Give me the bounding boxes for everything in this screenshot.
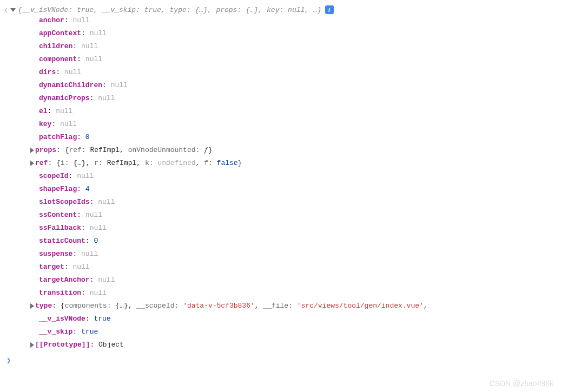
property-key: target bbox=[39, 263, 64, 271]
property-value: {ref: RefImpl, onVnodeUnmounted: ƒ} bbox=[65, 146, 213, 154]
expand-icon[interactable] bbox=[30, 161, 34, 166]
property-value: null bbox=[90, 224, 107, 232]
properties-list: anchor: nullappContext: nullchildren: nu… bbox=[0, 14, 561, 351]
property-key: shapeFlag bbox=[39, 185, 77, 193]
property-value: null bbox=[90, 29, 107, 37]
property-key: ssContent bbox=[39, 211, 77, 219]
property-key: patchFlag bbox=[39, 133, 77, 141]
property-key[interactable]: key: null bbox=[39, 118, 561, 131]
property-key: ref bbox=[35, 159, 48, 167]
property-value: 0 bbox=[94, 237, 98, 245]
property-value: null bbox=[60, 120, 77, 128]
property-dynamicChildren[interactable]: dynamicChildren: null bbox=[39, 79, 561, 92]
property-key: component bbox=[39, 55, 77, 63]
property-value: null bbox=[85, 55, 102, 63]
property-key: __v_skip bbox=[39, 328, 72, 336]
property-key: dynamicProps bbox=[39, 94, 90, 102]
property-type[interactable]: type: {components: {…}, __scopeId: 'data… bbox=[30, 300, 561, 313]
property-value: null bbox=[111, 81, 128, 89]
property-value: Object bbox=[98, 341, 124, 349]
property-Prototype[interactable]: [[Prototype]]: Object bbox=[30, 338, 561, 351]
property-key: anchor bbox=[39, 16, 64, 24]
property-key: __v_isVNode bbox=[39, 315, 85, 323]
console-prompt[interactable]: ❯ bbox=[0, 356, 561, 365]
property-value: null bbox=[98, 198, 115, 206]
property-key: dynamicChildren bbox=[39, 81, 102, 89]
property-dirs[interactable]: dirs: null bbox=[39, 66, 561, 79]
property-visVNode[interactable]: __v_isVNode: true bbox=[39, 313, 561, 325]
property-scopeId[interactable]: scopeId: null bbox=[39, 170, 561, 183]
property-key: suspense bbox=[39, 250, 72, 258]
property-key: key bbox=[39, 120, 51, 128]
property-value: null bbox=[72, 263, 89, 271]
expand-icon[interactable] bbox=[30, 148, 34, 153]
property-value: {components: {…}, __scopeId: 'data-v-5cf… bbox=[61, 302, 428, 310]
property-key: children bbox=[39, 42, 72, 50]
expand-icon[interactable] bbox=[30, 303, 34, 309]
property-component[interactable]: component: null bbox=[39, 53, 561, 66]
property-key: el bbox=[39, 107, 48, 115]
property-value: null bbox=[98, 276, 115, 284]
property-vskip[interactable]: __v_skip: true bbox=[39, 325, 561, 338]
property-value: null bbox=[81, 250, 98, 258]
property-value: null bbox=[85, 211, 102, 219]
property-value: 0 bbox=[85, 133, 90, 141]
property-props[interactable]: props: {ref: RefImpl, onVnodeUnmounted: … bbox=[30, 144, 561, 157]
property-children[interactable]: children: null bbox=[39, 40, 561, 53]
property-value: null bbox=[64, 68, 81, 76]
property-target[interactable]: target: null bbox=[39, 261, 561, 274]
property-value: true bbox=[81, 328, 98, 336]
property-key: transition bbox=[39, 289, 81, 297]
info-icon[interactable]: i bbox=[325, 5, 334, 14]
object-summary[interactable]: {__v_isVNode: true, __v_skip: true, type… bbox=[18, 6, 322, 14]
object-root-row[interactable]: ❮ {__v_isVNode: true, __v_skip: true, ty… bbox=[0, 5, 561, 14]
expand-icon[interactable] bbox=[30, 342, 34, 348]
property-key: dirs bbox=[39, 68, 56, 76]
property-key: ssFallback bbox=[39, 224, 81, 232]
property-key: props bbox=[35, 146, 56, 154]
property-value: null bbox=[98, 94, 115, 102]
property-slotScopeIds[interactable]: slotScopeIds: null bbox=[39, 196, 561, 209]
property-value: {i: {…}, r: RefImpl, k: undefined, f: fa… bbox=[56, 159, 242, 167]
property-key: [[Prototype]] bbox=[35, 341, 90, 349]
property-ssContent[interactable]: ssContent: null bbox=[39, 209, 561, 222]
property-value: null bbox=[56, 107, 72, 115]
property-value: 4 bbox=[85, 185, 90, 193]
property-staticCount[interactable]: staticCount: 0 bbox=[39, 235, 561, 248]
watermark: CSDN @zhaoII98k bbox=[490, 379, 553, 388]
property-key: scopeId bbox=[39, 172, 69, 180]
property-key: type bbox=[35, 302, 52, 310]
property-key: targetAnchor bbox=[39, 276, 90, 284]
property-shapeFlag[interactable]: shapeFlag: 4 bbox=[39, 183, 561, 196]
property-ref[interactable]: ref: {i: {…}, r: RefImpl, k: undefined, … bbox=[30, 157, 561, 170]
property-key: staticCount bbox=[39, 237, 85, 245]
property-anchor[interactable]: anchor: null bbox=[39, 14, 561, 27]
property-value: true bbox=[94, 315, 110, 323]
property-patchFlag[interactable]: patchFlag: 0 bbox=[39, 131, 561, 144]
back-icon[interactable]: ❮ bbox=[4, 6, 8, 14]
property-ssFallback[interactable]: ssFallback: null bbox=[39, 222, 561, 235]
property-value: null bbox=[81, 42, 98, 50]
property-value: null bbox=[72, 16, 89, 24]
property-suspense[interactable]: suspense: null bbox=[39, 248, 561, 261]
property-dynamicProps[interactable]: dynamicProps: null bbox=[39, 92, 561, 105]
property-targetAnchor[interactable]: targetAnchor: null bbox=[39, 274, 561, 287]
property-transition[interactable]: transition: null bbox=[39, 287, 561, 300]
property-el[interactable]: el: null bbox=[39, 105, 561, 118]
property-key: appContext bbox=[39, 29, 81, 37]
expand-toggle-icon[interactable] bbox=[10, 8, 16, 12]
property-appContext[interactable]: appContext: null bbox=[39, 27, 561, 40]
property-value: null bbox=[90, 289, 107, 297]
property-value: null bbox=[77, 172, 94, 180]
property-key: slotScopeIds bbox=[39, 198, 90, 206]
